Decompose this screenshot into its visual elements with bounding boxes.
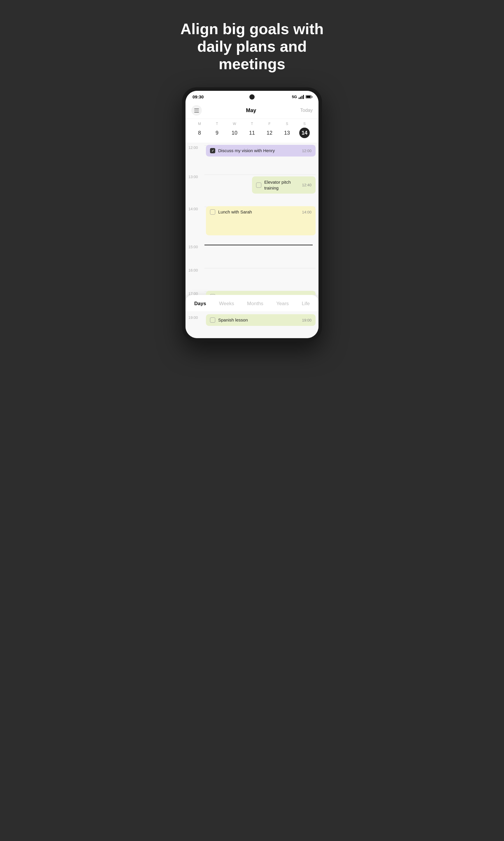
battery-fill [306,96,311,98]
time-content-12: ✓ Discuss my vision with Henry 12:00 [204,143,316,167]
event-discuss-henry-time: 12:00 [302,149,311,153]
time-row-15: 15:00 [185,242,319,266]
day-letter-wed: W [233,122,236,126]
phone-screen: 09:30 5G [185,91,319,338]
time-content-13: Elevator pitch training 12:40 [204,172,316,197]
partial-row-19: 19:00 Spanish lesson 19:00 [185,311,319,338]
day-num-sun: 14 [299,127,310,138]
network-indicator: 5G [292,95,297,99]
camera-dot [249,94,255,100]
signal-bar-4 [303,95,304,99]
tab-bar: Days Weeks Months Years Life [185,295,319,311]
event-lunch-sarah-header: Lunch with Sarah 14:00 [210,209,311,215]
day-num-tue: 9 [212,127,222,138]
time-label-15: 15:00 [188,242,204,249]
day-letter-mon: M [198,122,201,126]
event-spanish-checkbox[interactable] [210,317,215,323]
day-num-fri: 12 [264,127,275,138]
signal-bar-2 [300,97,301,99]
day-num-thu: 11 [247,127,257,138]
event-elevator-pitch[interactable]: Elevator pitch training 12:40 [252,176,316,194]
signal-bar-1 [299,98,300,99]
event-discuss-henry[interactable]: ✓ Discuss my vision with Henry 12:00 [206,145,316,156]
tab-months[interactable]: Months [247,301,263,307]
current-time-indicator [204,245,313,245]
event-meditate-time: 17:00 [302,295,311,295]
status-bar: 09:30 5G [185,91,319,102]
day-letter-fri: F [268,122,270,126]
event-spanish-time: 19:00 [302,318,311,322]
day-col-sun[interactable]: S 14 [296,122,313,138]
day-col-thu[interactable]: T 11 [244,122,260,138]
battery-icon [306,95,311,98]
calendar-body: 12:00 ✓ Discuss my vision with Henry [185,143,319,295]
tab-life[interactable]: Life [302,301,310,307]
day-num-wed: 10 [229,127,240,138]
checkmark-icon: ✓ [212,149,214,153]
event-elevator-pitch-title: Elevator pitch training [264,179,302,191]
time-label-19: 19:00 [188,313,204,320]
day-col-tue[interactable]: T 9 [209,122,225,138]
event-lunch-sarah-title: Lunch with Sarah [218,209,252,215]
day-num-mon: 8 [194,127,205,138]
event-lunch-sarah-time: 14:00 [302,210,311,214]
app-header: May Today [185,102,319,119]
event-discuss-henry-checkbox[interactable]: ✓ [210,148,215,153]
day-col-fri[interactable]: F 12 [261,122,278,138]
event-spanish-title: Spanish lesson [218,317,248,323]
time-label-14: 14:00 [188,204,204,211]
day-letter-thu: T [251,122,253,126]
event-discuss-henry-title: Discuss my vision with Henry [218,148,275,154]
event-elevator-pitch-header: Elevator pitch training 12:40 [256,179,311,191]
event-spanish-header: Spanish lesson 19:00 [210,317,311,323]
event-elevator-pitch-checkbox[interactable] [256,183,261,188]
week-days: M 8 T 9 W 10 T 11 F 12 [191,122,313,138]
day-col-sat[interactable]: S 13 [279,122,295,138]
time-content-15 [204,242,316,266]
signal-bar-3 [302,96,303,99]
day-letter-sat: S [286,122,288,126]
time-row-12: 12:00 ✓ Discuss my vision with Henry [185,143,319,172]
hero-title: Align big goals with daily plans and mee… [164,20,340,73]
today-button[interactable]: Today [300,108,313,113]
menu-button[interactable] [191,105,202,116]
event-meditate-checkbox[interactable] [210,294,215,295]
event-elevator-pitch-left: Elevator pitch training [256,179,302,191]
time-content-14: Lunch with Sarah 14:00 [204,204,316,239]
status-right: 5G [292,95,311,99]
day-col-mon[interactable]: M 8 [191,122,208,138]
time-label-16: 16:00 [188,266,204,272]
event-lunch-sarah[interactable]: Lunch with Sarah 14:00 [206,206,316,235]
event-elevator-pitch-time: 12:40 [302,183,311,187]
event-spanish-left: Spanish lesson [210,317,248,323]
day-letter-tue: T [216,122,218,126]
event-discuss-henry-left: ✓ Discuss my vision with Henry [210,148,275,154]
time-content-17: Meditate 17:00 [204,289,316,295]
time-label-17: 17:00 [188,289,204,295]
event-spanish[interactable]: Spanish lesson 19:00 [206,314,316,326]
event-lunch-sarah-left: Lunch with Sarah [210,209,252,215]
status-time: 09:30 [193,94,203,99]
day-letter-sun: S [303,122,306,126]
week-strip: M 8 T 9 W 10 T 11 F 12 [185,119,319,143]
time-row-17: 17:00 Meditate 17:00 [185,289,319,295]
tab-days[interactable]: Days [194,301,206,307]
camera-notch [249,94,255,100]
event-lunch-sarah-checkbox[interactable] [210,209,215,214]
signal-icon [299,95,304,99]
day-num-sat: 13 [282,127,292,138]
event-meditate[interactable]: Meditate 17:00 [206,291,316,295]
time-content-19: Spanish lesson 19:00 [204,313,316,337]
time-line-13 [204,175,316,175]
time-label-13: 13:00 [188,172,204,179]
event-meditate-title: Meditate [218,294,235,295]
menu-line-3 [194,112,199,113]
month-title: May [246,107,256,114]
event-discuss-henry-header: ✓ Discuss my vision with Henry 12:00 [210,148,311,154]
tab-weeks[interactable]: Weeks [219,301,234,307]
menu-line-2 [194,110,199,111]
menu-line-1 [194,109,199,109]
day-col-wed[interactable]: W 10 [226,122,243,138]
time-row-13: 13:00 Elevator pitch training 12:40 [185,172,319,204]
tab-years[interactable]: Years [276,301,289,307]
